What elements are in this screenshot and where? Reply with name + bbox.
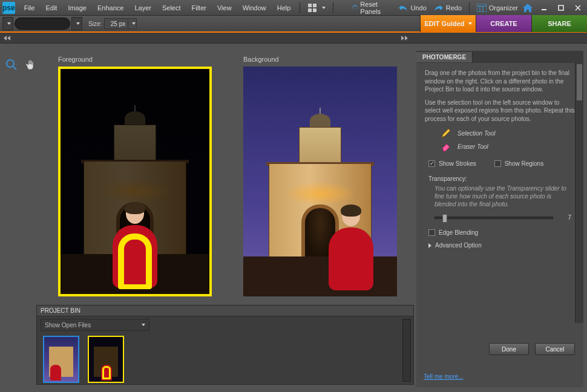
reset-panels-label: Reset Panels xyxy=(360,1,385,15)
separator xyxy=(333,2,333,13)
redo-label: Redo xyxy=(446,4,462,11)
eraser-tool-label: Eraser Tool xyxy=(457,143,488,150)
chevron-down-icon xyxy=(7,22,11,25)
project-bin-scrollbar[interactable] xyxy=(402,319,411,382)
instruction-text: Use the selection tool on the left sourc… xyxy=(425,99,575,123)
project-bin: PROJECT BIN Show Open Files xyxy=(36,305,414,385)
menu-window[interactable]: Window xyxy=(237,2,272,14)
tab-photomerge[interactable]: PHOTOMERGE xyxy=(416,52,473,62)
mode-tabs: EDIT Guided CREATE SHARE xyxy=(420,15,587,32)
panel-scrollbar[interactable] xyxy=(575,63,583,323)
transparency-value: 7 xyxy=(559,214,571,221)
undo-button[interactable]: Undo xyxy=(395,4,430,11)
eraser-icon xyxy=(441,141,451,152)
transparency-label: Transparency: xyxy=(428,175,575,182)
menu-bar: pse File Edit Image Enhance Layer Select… xyxy=(0,0,587,16)
minimize-button[interactable] xyxy=(537,3,551,13)
menu-layer[interactable]: Layer xyxy=(129,2,157,14)
close-button[interactable] xyxy=(571,3,585,13)
tab-create[interactable]: CREATE xyxy=(476,15,531,32)
foreground-label: Foreground xyxy=(58,56,212,63)
show-regions-checkbox[interactable] xyxy=(494,160,501,167)
advanced-option-toggle[interactable]: Advanced Option xyxy=(428,242,575,249)
chevron-down-icon xyxy=(76,22,80,25)
maximize-button[interactable] xyxy=(554,3,568,13)
refresh-icon xyxy=(352,4,358,12)
size-value[interactable]: 25 px xyxy=(105,21,128,27)
menu-view[interactable]: View xyxy=(212,2,237,14)
chevron-down-icon xyxy=(468,22,472,25)
menu-image[interactable]: Image xyxy=(62,2,92,14)
cancel-button[interactable]: Cancel xyxy=(535,343,575,355)
collapse-left-button[interactable] xyxy=(4,36,10,41)
workspace: Foreground Background xyxy=(0,44,416,304)
chevron-down-icon xyxy=(322,7,326,9)
edge-blending-label: Edge Blending xyxy=(439,229,478,236)
separator xyxy=(469,2,470,13)
bin-thumbnail[interactable] xyxy=(88,336,124,383)
organizer-label: Organizer xyxy=(489,4,518,11)
triangle-right-icon xyxy=(428,243,431,248)
options-bar: Size: 25 px EDIT Guided CREATE SHARE xyxy=(0,16,587,33)
chevron-down-icon xyxy=(142,324,145,326)
app-logo: pse xyxy=(2,2,15,14)
redo-icon xyxy=(434,4,444,11)
grid-icon xyxy=(307,3,317,13)
chevron-down-icon xyxy=(132,22,136,25)
organizer-icon xyxy=(477,4,487,12)
undo-icon xyxy=(398,4,408,11)
background-label: Background xyxy=(243,56,397,63)
svg-rect-9 xyxy=(559,5,563,10)
svg-rect-3 xyxy=(313,8,316,12)
slider-thumb[interactable] xyxy=(442,214,447,223)
eraser-tool-button[interactable]: Eraser Tool xyxy=(441,141,575,152)
instruction-text: Drag one of the photos from the project … xyxy=(425,69,575,94)
svg-rect-1 xyxy=(313,4,316,7)
pencil-icon xyxy=(441,128,451,139)
project-bin-filter-label: Show Open Files xyxy=(45,322,91,328)
menu-filter[interactable]: Filter xyxy=(186,2,212,14)
reset-panels-button[interactable]: Reset Panels xyxy=(349,1,389,15)
show-regions-label: Show Regions xyxy=(505,160,543,167)
advanced-option-label: Advanced Option xyxy=(435,242,482,249)
edge-blending-checkbox[interactable] xyxy=(428,229,435,236)
brush-preset-picker[interactable] xyxy=(71,17,82,30)
brush-preview[interactable] xyxy=(15,18,70,30)
separator xyxy=(300,2,300,13)
menu-enhance[interactable]: Enhance xyxy=(92,2,129,14)
collapse-right-button[interactable] xyxy=(401,36,408,41)
tab-share[interactable]: SHARE xyxy=(531,15,587,32)
home-icon[interactable] xyxy=(522,2,534,13)
selection-tool-button[interactable]: Selection Tool xyxy=(441,128,575,139)
size-label: Size: xyxy=(88,21,102,27)
show-strokes-label: Show Strokes xyxy=(439,160,476,167)
tool-preset-picker[interactable] xyxy=(2,17,13,30)
panel-tabs: PHOTOMERGE xyxy=(416,51,583,63)
redo-button[interactable]: Redo xyxy=(430,4,465,11)
arrow-bar xyxy=(0,33,587,44)
menu-file[interactable]: File xyxy=(19,2,41,14)
size-stepper[interactable] xyxy=(128,18,136,29)
tab-edit[interactable]: EDIT Guided xyxy=(420,15,476,32)
tell-me-more-link[interactable]: Tell me more... xyxy=(424,373,464,380)
svg-rect-2 xyxy=(308,8,312,12)
selection-stroke xyxy=(118,234,152,289)
svg-rect-0 xyxy=(308,4,312,7)
svg-rect-8 xyxy=(542,9,546,10)
bin-thumbnail[interactable] xyxy=(43,336,79,383)
background-canvas[interactable] xyxy=(243,67,397,296)
transparency-slider[interactable] xyxy=(435,217,553,219)
menu-select[interactable]: Select xyxy=(157,2,186,14)
svg-rect-4 xyxy=(477,4,487,12)
menu-edit[interactable]: Edit xyxy=(40,2,62,14)
transparency-hint: You can optionally use the Transparency … xyxy=(435,185,571,208)
tab-edit-label: EDIT Guided xyxy=(425,20,465,27)
right-panel: PHOTOMERGE Drag one of the photos from t… xyxy=(416,51,583,387)
show-strokes-checkbox[interactable] xyxy=(428,160,435,167)
menu-help[interactable]: Help xyxy=(272,2,297,14)
done-button[interactable]: Done xyxy=(489,343,529,355)
layout-picker[interactable] xyxy=(304,3,329,13)
foreground-canvas[interactable] xyxy=(58,67,212,296)
project-bin-filter[interactable]: Show Open Files xyxy=(41,319,149,331)
organizer-button[interactable]: Organizer xyxy=(473,4,522,12)
